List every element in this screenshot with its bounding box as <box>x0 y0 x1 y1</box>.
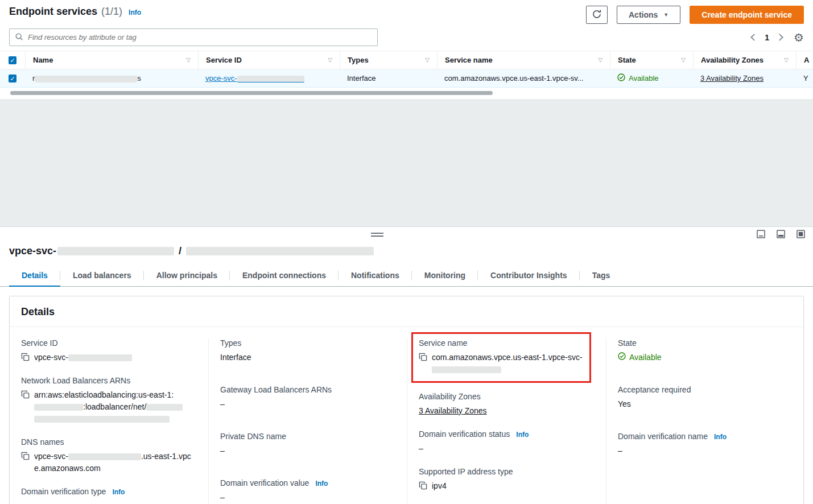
next-page-icon[interactable] <box>776 34 783 41</box>
redacted-text <box>237 76 304 82</box>
field-label: Private DNS name <box>220 432 286 441</box>
row-select-cell: ✓ <box>0 75 25 82</box>
info-link[interactable]: Info <box>129 9 141 16</box>
column-header-partial[interactable]: A <box>796 51 813 69</box>
column-label: Types <box>348 56 369 64</box>
info-link[interactable]: Info <box>516 431 529 439</box>
sort-icon[interactable]: ▽ <box>681 57 686 63</box>
cell-state: Available <box>610 73 693 83</box>
pager: 1 <box>752 33 782 42</box>
tab-endpoint-connections[interactable]: Endpoint connections <box>230 266 339 286</box>
refresh-button[interactable] <box>586 6 608 24</box>
horizontal-scrollbar-thumb[interactable] <box>10 91 493 95</box>
field-label: Domain verification value <box>220 478 309 488</box>
split-drag-handle[interactable] <box>371 233 383 237</box>
copy-icon[interactable] <box>21 452 30 460</box>
tab-contributor-insights[interactable]: Contributor Insights <box>478 266 580 286</box>
column-label: State <box>618 56 636 64</box>
tab-details[interactable]: Details <box>9 266 60 286</box>
field-label: Network Load Balancers ARNs <box>21 376 130 385</box>
copy-icon[interactable] <box>21 353 30 361</box>
actions-button[interactable]: Actions ▼ <box>617 6 680 24</box>
search-input[interactable] <box>28 33 372 42</box>
field-domain-verification-status: Domain verification status Info – <box>419 429 595 455</box>
fullscreen-panel-icon[interactable] <box>797 230 805 238</box>
split-panel-icon[interactable] <box>777 230 785 238</box>
column-header-service-name[interactable]: Service name ▽ <box>437 51 610 69</box>
field-value: Interface <box>220 353 251 362</box>
tab-tags[interactable]: Tags <box>580 266 623 286</box>
actions-button-label: Actions <box>629 10 658 19</box>
field-dns-names: DNS names vpce-svc-.us-east-1.vpce.amazo… <box>21 437 197 474</box>
resource-id-prefix: vpce-svc- <box>9 245 56 257</box>
status-available: Available <box>618 352 662 363</box>
detail-tabs: Details Load balancers Allow principals … <box>0 266 813 287</box>
copy-icon[interactable] <box>419 353 427 361</box>
sort-icon[interactable]: ▽ <box>328 57 332 63</box>
field-value: – <box>419 444 423 453</box>
field-value: – <box>220 399 225 408</box>
search-box[interactable] <box>9 28 378 46</box>
column-header-availability-zones[interactable]: Availability Zones ▽ <box>693 51 796 69</box>
create-button-label: Create endpoint service <box>701 10 792 19</box>
info-link[interactable]: Info <box>714 433 727 441</box>
collapse-panel-icon[interactable] <box>757 230 765 238</box>
redacted-text <box>34 404 83 411</box>
column-header-types[interactable]: Types ▽ <box>340 51 437 69</box>
types-text: Interface <box>347 74 376 82</box>
sort-icon[interactable]: ▽ <box>425 57 430 63</box>
copy-icon[interactable] <box>21 390 30 399</box>
field-value: – <box>618 446 622 455</box>
column-header-name[interactable]: Name ▽ <box>25 51 198 69</box>
tab-load-balancers[interactable]: Load balancers <box>60 266 144 286</box>
field-types: Types Interface <box>220 338 395 363</box>
cell-partial: Y <box>796 74 813 82</box>
field-value: – <box>220 446 225 455</box>
field-supported-ip-address-type: Supported IP address type ipv4 <box>419 467 595 492</box>
header-actions: Actions ▼ Create endpoint service <box>586 6 804 24</box>
field-label: Supported IP address type <box>419 467 513 476</box>
state-text: Available <box>629 74 659 82</box>
redacted-text <box>35 76 137 82</box>
field-label: Gateway Load Balancers ARNs <box>220 385 332 394</box>
info-link[interactable]: Info <box>315 480 328 488</box>
settings-gear-icon[interactable]: ⚙ <box>794 32 804 43</box>
availability-zones-link[interactable]: 3 Availability Zones <box>700 74 764 82</box>
field-value: ipv4 <box>432 480 447 492</box>
tab-monitoring[interactable]: Monitoring <box>412 266 478 286</box>
sort-icon[interactable]: ▽ <box>598 57 602 63</box>
field-value: – <box>21 501 26 504</box>
page-title: Endpoint services <box>9 6 97 18</box>
endpoint-services-page: { "icons": { "sort_glyph": "▽", "gear_gl… <box>0 0 813 504</box>
details-column-3: Service name com.amazonaws.vpce.us-east-… <box>407 338 606 504</box>
status-available: Available <box>617 73 659 83</box>
copy-icon[interactable] <box>419 481 427 490</box>
horizontal-scrollbar <box>9 90 804 96</box>
field-value: – <box>220 493 225 502</box>
field-glb-arns: Gateway Load Balancers ARNs – <box>220 385 395 410</box>
column-header-service-id[interactable]: Service ID ▽ <box>198 51 340 69</box>
availability-zones-link[interactable]: 3 Availability Zones <box>419 406 487 415</box>
create-endpoint-service-button[interactable]: Create endpoint service <box>690 6 804 24</box>
sort-icon[interactable]: ▽ <box>784 57 789 63</box>
table-row[interactable]: ✓ rs vpce-svc- Interface com.amazonaws.v… <box>0 69 813 88</box>
field-label: Domain verification status <box>419 429 510 439</box>
page-header: Endpoint services (1/1) Info Actions ▼ C… <box>0 0 813 26</box>
sort-icon[interactable]: ▽ <box>186 57 191 63</box>
field-label: Service ID <box>21 338 58 348</box>
previous-page-icon[interactable] <box>750 34 758 41</box>
select-all-checkbox[interactable]: ✓ <box>9 56 16 64</box>
refresh-icon <box>592 9 602 21</box>
field-service-name: Service name com.amazonaws.vpce.us-east-… <box>419 338 584 375</box>
title-separator: / <box>179 245 181 257</box>
service-id-link[interactable]: vpce-svc- <box>205 74 304 82</box>
tab-notifications[interactable]: Notifications <box>339 266 412 286</box>
cell-availability-zones: 3 Availability Zones <box>693 74 796 82</box>
row-checkbox[interactable]: ✓ <box>9 75 16 82</box>
info-link[interactable]: Info <box>112 488 125 496</box>
column-header-state[interactable]: State ▽ <box>610 51 693 69</box>
current-page[interactable]: 1 <box>765 33 769 42</box>
tab-allow-principals[interactable]: Allow principals <box>144 266 230 286</box>
pagination-controls: 1 ⚙ <box>752 32 804 43</box>
field-label: Domain verification type <box>21 487 106 496</box>
